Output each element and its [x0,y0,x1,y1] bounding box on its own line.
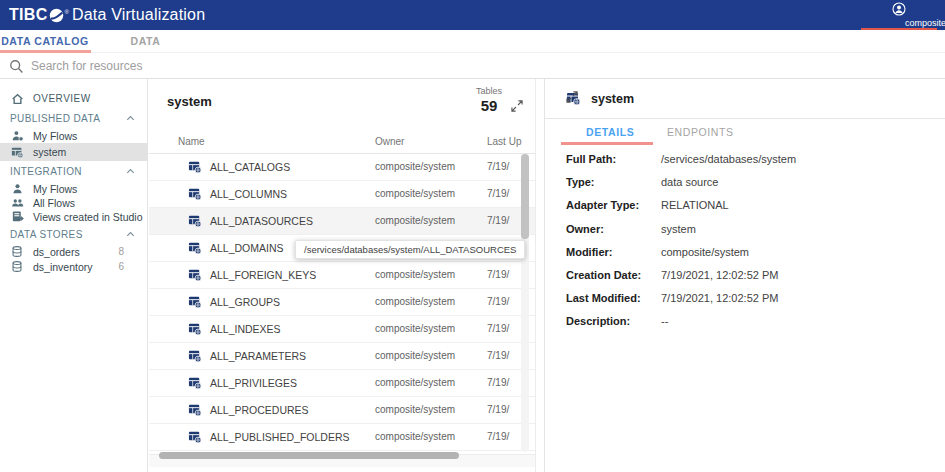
brand-registered-mark: ® [65,9,69,15]
sidebar-item-overview[interactable]: OVERVIEW [0,90,148,107]
section-title: DATA STORES [10,229,125,240]
row-owner: composite/system [375,181,455,207]
row-last-updated: 7/19/ [487,289,509,315]
row-name: ALL_DOMAINS [210,235,284,261]
table-icon [188,295,202,309]
row-owner: composite/system [375,289,455,315]
details-panel-header: system [545,79,945,119]
section-title: PUBLISHED DATA [10,113,125,124]
table-icon [188,403,202,417]
sidebar-item-views-created-in-studio[interactable]: Views created in Studio [0,208,148,225]
column-header-owner[interactable]: Owner [375,136,404,147]
table-row[interactable]: ALL_PUBLISHED_FOLDERS composite/system 7… [149,424,535,451]
field-label: Modifier: [566,241,612,264]
sidebar-item-ds-inventory[interactable]: ds_inventory 6 [0,258,148,275]
tab-data-workbench[interactable]: DATA WORKBENCH [93,30,198,53]
field-label: Adapter Type: [566,194,639,217]
field-value: data source [661,171,718,194]
sidebar-item-label: ds_orders [33,246,80,258]
row-last-updated: 7/19/ [487,370,509,396]
row-name: ALL_DATASOURCES [210,208,313,234]
sidebar-item-label: All Flows [33,197,75,209]
field-value: composite/system [661,241,749,264]
chevron-up-icon[interactable] [125,113,136,124]
row-owner: composite/system [375,154,455,180]
row-name: ALL_PROCEDURES [210,397,309,423]
sidebar-item-system[interactable]: system [0,143,148,161]
row-name: ALL_COLUMNS [210,181,287,207]
resource-list-panel: system Tables 59 Name Owner Last Up ALL_… [149,79,536,472]
detail-field-full-path: Full Path: /services/databases/system [545,148,945,171]
sidebar-item-label: system [33,146,66,158]
field-value: /services/databases/system [661,148,796,171]
table-icon [188,187,202,201]
table-icon [188,241,202,255]
database-icon [10,245,24,258]
field-label: Description: [566,310,630,333]
column-header-name[interactable]: Name [178,136,205,147]
item-count-badge: 8 [118,246,124,257]
sidebar-section-published-data[interactable]: PUBLISHED DATA [0,110,148,126]
table-icon [188,160,202,174]
horizontal-scrollbar-thumb[interactable] [159,452,459,459]
vertical-scrollbar-thumb[interactable] [521,154,529,239]
chevron-up-icon[interactable] [125,166,136,177]
details-panel: system DETAILS ENDPOINTS Full Path: /ser… [544,79,945,472]
table-row[interactable]: ALL_PRIVILEGES composite/system 7/19/ [149,370,535,397]
detail-field-creation-date: Creation Date: 7/19/2021, 12:02:52 PM [545,264,945,287]
detail-field-adapter-type: Adapter Type: RELATIONAL [545,194,945,217]
row-owner: composite/system [375,208,455,234]
table-row[interactable]: ALL_FOREIGN_KEYS composite/system 7/19/ [149,262,535,289]
expand-details-icon[interactable] [566,91,926,103]
row-last-updated: 7/19/ [487,316,509,342]
row-last-updated: 7/19/ [487,424,509,450]
app-window: TIBC ® Data Virtualization composite/adm… [0,0,945,472]
sidebar-nav: OVERVIEW PUBLISHED DATA My Flows system … [0,79,148,472]
table-row[interactable]: ALL_COLUMNS composite/system 7/19/ [149,181,535,208]
sidebar-item-my-flows-published[interactable]: My Flows [0,127,148,144]
table-row[interactable]: ALL_PARAMETERS composite/system 7/19/ [149,343,535,370]
chevron-up-icon[interactable] [125,229,136,240]
row-name: ALL_FOREIGN_KEYS [210,262,316,288]
details-active-tab-underline [561,142,653,145]
sidebar-section-integration[interactable]: INTEGRATION [0,163,148,179]
search-icon [9,59,24,74]
tables-count-value: 59 [476,97,502,114]
field-label: Type: [566,171,595,194]
row-name: ALL_PARAMETERS [210,343,306,369]
row-name: ALL_INDEXES [210,316,281,342]
table-icon [188,214,202,228]
table-row[interactable]: ALL_GROUPS composite/system 7/19/ [149,289,535,316]
row-owner: composite/system [375,343,455,369]
table-icon [188,322,202,336]
row-last-updated: 7/19/ [487,181,509,207]
row-owner: composite/system [375,262,455,288]
tab-endpoints[interactable]: ENDPOINTS [667,119,734,145]
home-icon [10,92,24,105]
row-last-updated: 7/19/ [487,154,509,180]
detail-field-type: Type: data source [545,171,945,194]
search-input[interactable] [31,55,531,77]
row-last-updated: 7/19/ [487,262,509,288]
sidebar-section-data-stores[interactable]: DATA STORES [0,226,148,242]
user-menu[interactable]: composite/admin [859,0,939,30]
expand-panel-icon[interactable] [511,100,523,112]
table-row-hovered[interactable]: ALL_DATASOURCES composite/system 7/19/ [149,208,535,235]
detail-field-description: Description: -- [545,310,945,333]
details-tabbar: DETAILS ENDPOINTS [545,119,945,145]
search-bar [0,53,945,79]
item-count-badge: 6 [118,261,124,272]
database-icon [10,260,24,273]
row-last-updated: 7/19/ [487,343,509,369]
detail-field-modifier: Modifier: composite/system [545,241,945,264]
field-value: system [661,218,696,241]
field-value: RELATIONAL [661,194,729,217]
horizontal-scrollbar-track[interactable] [149,454,535,467]
row-owner: composite/system [375,370,455,396]
table-row[interactable]: ALL_CATALOGS composite/system 7/19/ [149,154,535,181]
row-name: ALL_PRIVILEGES [210,370,297,396]
table-row[interactable]: ALL_INDEXES composite/system 7/19/ [149,316,535,343]
sidebar-item-label: My Flows [33,130,77,142]
column-header-last-updated[interactable]: Last Up [487,136,521,147]
table-row[interactable]: ALL_PROCEDURES composite/system 7/19/ [149,397,535,424]
